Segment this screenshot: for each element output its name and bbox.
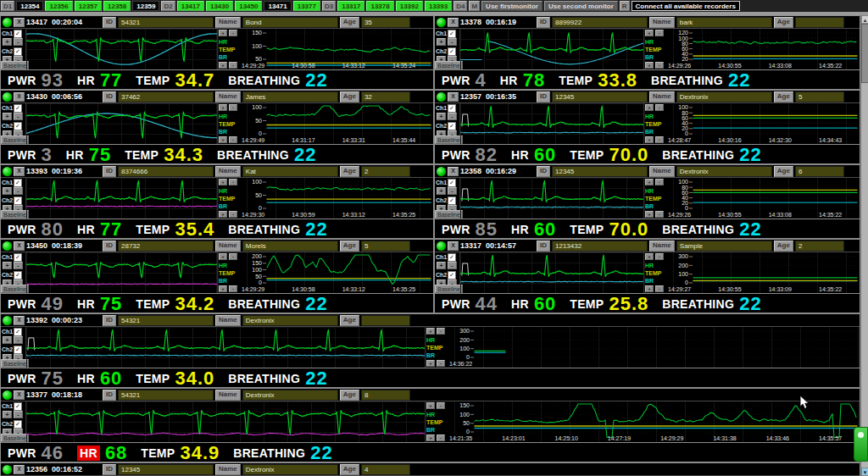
channel-1-gain-up-button[interactable]: + — [437, 187, 446, 195]
trend-zoom-out-button[interactable]: - — [229, 179, 237, 185]
trend-scale-up-button[interactable]: + — [645, 285, 654, 292]
channel-1-gain-down-button[interactable]: - — [448, 38, 457, 46]
trend-scale-up-button[interactable]: + — [645, 62, 654, 69]
age-field[interactable] — [795, 17, 844, 28]
baseline-button[interactable]: Baseline — [435, 210, 463, 219]
trend-zoom-out-button[interactable]: - — [229, 30, 237, 36]
trend-scale-down-button[interactable]: - — [437, 434, 445, 441]
channel-1-gain-down-button[interactable]: - — [14, 113, 23, 120]
name-field[interactable]: Dextronix — [242, 464, 338, 475]
close-button[interactable]: X — [14, 241, 25, 251]
channel-1-checkbox[interactable]: ✓ — [448, 104, 456, 113]
channel-1-gain-down-button[interactable]: - — [14, 38, 23, 46]
channel-1-gain-up-button[interactable]: + — [437, 38, 446, 46]
trend-scale-up-button[interactable]: + — [426, 360, 435, 367]
trend-zoom-in-button[interactable]: + — [645, 253, 654, 260]
close-button[interactable]: X — [448, 18, 459, 27]
close-button[interactable]: X — [448, 92, 459, 102]
trend-zoom-in-button[interactable]: + — [645, 179, 654, 185]
trend-zoom-out-button[interactable]: - — [437, 402, 445, 409]
age-field[interactable]: 35 — [361, 17, 410, 28]
patient-id-field[interactable]: 12345 — [552, 91, 648, 102]
baseline-button[interactable]: Baseline — [1, 434, 29, 442]
toolbar-button-12358[interactable]: 12358 — [103, 1, 131, 11]
name-field[interactable]: Dextronix — [242, 390, 338, 401]
trend-scale-up-button[interactable]: + — [645, 136, 654, 143]
age-field[interactable]: 4 — [361, 464, 410, 475]
channel-1-gain-up-button[interactable]: + — [3, 262, 12, 269]
channel-1-checkbox[interactable]: ✓ — [448, 30, 456, 38]
toolbar-button-use-firstmonitor[interactable]: Use firstmonitor — [481, 1, 542, 11]
age-field[interactable]: 5 — [361, 241, 410, 252]
toolbar-button-d1[interactable]: D1 — [1, 1, 14, 11]
trend-zoom-in-button[interactable]: + — [645, 30, 654, 36]
close-button[interactable]: X — [14, 465, 25, 474]
age-field[interactable]: 2 — [795, 241, 844, 252]
scroll-up-icon[interactable]: ▲ — [861, 15, 868, 24]
trend-scale-up-button[interactable]: + — [219, 285, 227, 292]
age-field[interactable]: 32 — [361, 91, 410, 102]
channel-1-gain-down-button[interactable]: - — [14, 411, 23, 418]
close-button[interactable]: X — [448, 241, 459, 251]
patient-id-field[interactable]: 12345 — [118, 464, 214, 475]
name-field[interactable]: Dextronix — [676, 91, 772, 102]
scroll-down-icon[interactable]: ▼ — [861, 468, 868, 476]
trend-zoom-in-button[interactable]: + — [645, 104, 654, 111]
patient-id-field[interactable]: 28732 — [118, 241, 214, 252]
trend-scale-down-button[interactable]: - — [655, 136, 664, 143]
name-field[interactable]: Kat — [242, 166, 338, 177]
channel-1-gain-down-button[interactable]: - — [14, 336, 23, 344]
vertical-scrollbar[interactable]: ▲ ▼ — [860, 15, 868, 476]
trend-scale-up-button[interactable]: + — [219, 211, 227, 218]
channel-1-gain-up-button[interactable]: + — [3, 113, 12, 120]
toolbar-button-13430[interactable]: 13430 — [206, 1, 233, 11]
toolbar-button-connect-all-available-recorders[interactable]: Connect all available recorders — [632, 1, 740, 11]
trend-zoom-in-button[interactable]: + — [219, 30, 227, 36]
channel-2-checkbox[interactable]: ✓ — [14, 271, 22, 280]
trend-scale-up-button[interactable]: + — [219, 62, 227, 69]
baseline-button[interactable]: Baseline — [435, 61, 463, 69]
channel-1-checkbox[interactable]: ✓ — [448, 253, 456, 262]
toolbar-button-13450[interactable]: 13450 — [235, 1, 262, 11]
age-field[interactable]: 8 — [361, 390, 410, 401]
channel-1-checkbox[interactable]: ✓ — [14, 253, 22, 262]
channel-1-checkbox[interactable]: ✓ — [14, 179, 22, 187]
trend-zoom-out-button[interactable]: - — [229, 253, 237, 260]
trend-scale-up-button[interactable]: + — [219, 136, 227, 143]
toolbar-button-13377[interactable]: 13377 — [293, 1, 320, 11]
toolbar-button-d2[interactable]: D2 — [161, 1, 175, 11]
toolbar-button-13471[interactable]: 13471 — [264, 1, 291, 11]
baseline-button[interactable]: Baseline — [435, 285, 463, 293]
channel-2-checkbox[interactable]: ✓ — [14, 47, 22, 56]
age-field[interactable]: 6 — [795, 166, 844, 177]
trend-zoom-in-button[interactable]: + — [426, 402, 435, 409]
close-button[interactable]: X — [14, 167, 25, 176]
name-field[interactable]: Bond — [242, 17, 338, 28]
baseline-button[interactable]: Baseline — [1, 210, 29, 219]
toolbar-button-use-second-monitor[interactable]: Use second monitor — [544, 1, 618, 11]
trend-zoom-in-button[interactable]: + — [219, 253, 227, 260]
channel-1-gain-down-button[interactable]: - — [448, 113, 457, 120]
close-button[interactable]: X — [14, 18, 25, 27]
patient-id-field[interactable]: 1213432 — [552, 241, 648, 252]
channel-1-gain-up-button[interactable]: + — [437, 262, 446, 269]
patient-id-field[interactable]: 54321 — [118, 390, 214, 401]
trend-zoom-out-button[interactable]: - — [655, 253, 664, 260]
channel-2-checkbox[interactable]: ✓ — [14, 420, 22, 429]
trend-zoom-out-button[interactable]: - — [437, 328, 445, 335]
channel-1-gain-down-button[interactable]: - — [448, 262, 457, 269]
channel-1-checkbox[interactable]: ✓ — [14, 104, 22, 113]
baseline-button[interactable]: Baseline — [1, 61, 29, 69]
trend-scale-down-button[interactable]: - — [229, 285, 237, 292]
patient-id-field[interactable]: 8374666 — [118, 166, 214, 177]
patient-id-field[interactable]: 12345 — [552, 166, 648, 177]
baseline-button[interactable]: Baseline — [1, 359, 29, 368]
channel-1-gain-up-button[interactable]: + — [3, 187, 12, 195]
trend-zoom-out-button[interactable]: - — [655, 104, 664, 111]
channel-1-gain-up-button[interactable]: + — [3, 38, 12, 46]
patient-id-field[interactable]: 54321 — [118, 17, 214, 28]
close-button[interactable]: X — [14, 390, 25, 400]
channel-2-checkbox[interactable]: ✓ — [448, 196, 456, 205]
trend-zoom-in-button[interactable]: + — [426, 328, 435, 335]
channel-1-gain-down-button[interactable]: - — [448, 187, 457, 195]
